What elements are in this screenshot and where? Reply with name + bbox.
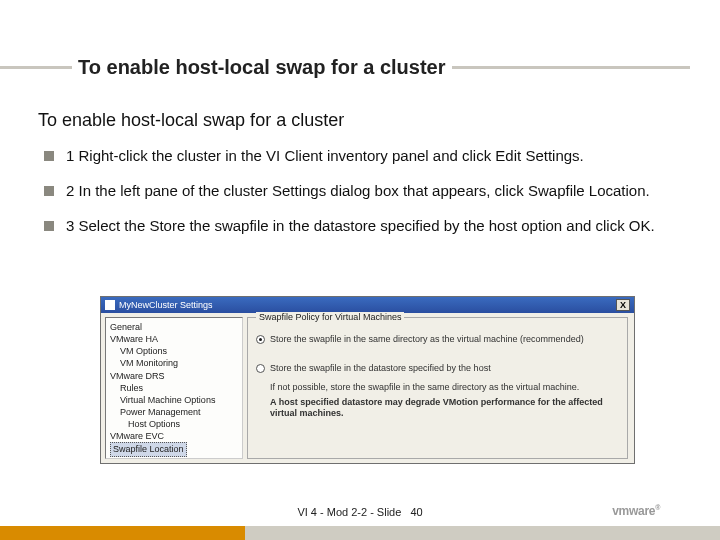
tree-item-evc[interactable]: VMware EVC [110,430,238,442]
list-item: 1 Right-click the cluster in the VI Clie… [38,147,688,166]
footer-band [0,526,720,540]
radio-same-directory[interactable]: Store the swapfile in the same directory… [256,334,619,345]
slide-title: To enable host-local swap for a cluster [72,56,452,79]
groupbox-label: Swapfile Policy for Virtual Machines [256,312,404,322]
registered-mark: ® [655,504,660,511]
dialog-tree: General VMware HA VM Options VM Monitori… [105,317,243,459]
tree-item-swapfile[interactable]: Swapfile Location [110,442,187,456]
radio-host-datastore[interactable]: Store the swapfile in the datastore spec… [256,363,619,374]
tree-item-drs[interactable]: VMware DRS [110,370,238,382]
dialog-title: MyNewCluster Settings [119,300,213,310]
footer-label: VI 4 - Mod 2-2 - Slide [297,506,401,518]
close-icon[interactable]: X [616,299,630,311]
swapfile-groupbox: Swapfile Policy for Virtual Machines Sto… [247,317,628,459]
tree-item-vm-monitoring[interactable]: VM Monitoring [110,357,238,369]
list-item: 3 Select the Store the swapfile in the d… [38,217,688,236]
header-left-accent [0,66,72,69]
vmware-logo: vmware® [612,504,660,518]
tree-item-host-options[interactable]: Host Options [110,418,238,430]
tree-item-power-mgmt[interactable]: Power Management [110,406,238,418]
tree-item-ha[interactable]: VMware HA [110,333,238,345]
instruction-list: 1 Right-click the cluster in the VI Clie… [38,147,688,235]
window-icon [105,300,115,310]
radio-label: Store the swapfile in the same directory… [270,334,584,345]
logo-text: vmware [612,504,655,518]
header-right-accent [452,66,691,69]
footer-accent-grey [245,526,720,540]
footer-accent-orange [0,526,245,540]
radio-note: If not possible, store the swapfile in t… [270,382,619,393]
dialog-titlebar[interactable]: MyNewCluster Settings X [101,297,634,313]
radio-icon [256,364,265,373]
list-item: 2 In the left pane of the cluster Settin… [38,182,688,201]
slide-number: 40 [410,506,422,518]
tree-item-rules[interactable]: Rules [110,382,238,394]
tree-item-general[interactable]: General [110,321,238,333]
header: To enable host-local swap for a cluster [0,52,720,82]
tree-item-vm-machine-options[interactable]: Virtual Machine Options [110,394,238,406]
tree-item-vm-options[interactable]: VM Options [110,345,238,357]
footer: VI 4 - Mod 2-2 - Slide 40 vmware® [0,502,720,540]
settings-dialog: MyNewCluster Settings X General VMware H… [100,296,635,464]
radio-warning: A host specified datastore may degrade V… [270,397,619,420]
radio-label: Store the swapfile in the datastore spec… [270,363,491,374]
subtitle: To enable host-local swap for a cluster [38,110,688,131]
radio-icon [256,335,265,344]
